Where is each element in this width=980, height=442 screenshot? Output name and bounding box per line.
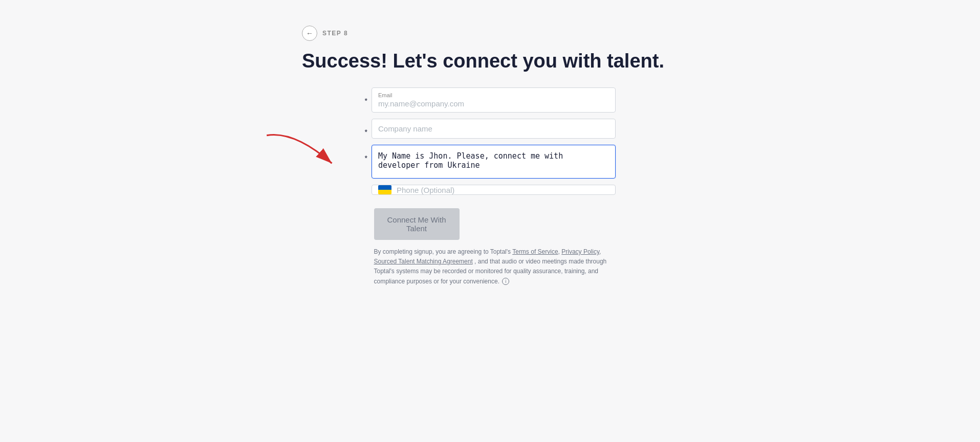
email-required-star: *	[365, 97, 367, 105]
phone-input[interactable]	[397, 186, 609, 194]
step-label: STEP 8	[322, 30, 348, 37]
arrow-annotation	[257, 123, 360, 185]
phone-field-wrapper	[372, 185, 616, 195]
ukraine-flag-icon	[378, 185, 391, 194]
flag-top	[378, 185, 391, 190]
terms-text: By completing signup, you are agreeing t…	[374, 247, 616, 286]
submit-button[interactable]: Connect Me With Talent	[374, 208, 460, 240]
email-row: * Email	[365, 87, 616, 113]
message-required-star: *	[365, 154, 367, 162]
message-input[interactable]	[372, 145, 615, 176]
page-container: ← STEP 8 Success! Let's connect you with…	[0, 15, 980, 286]
info-icon[interactable]: i	[502, 278, 509, 285]
email-field-wrapper: Email	[372, 87, 616, 113]
back-button[interactable]: ←	[302, 26, 317, 41]
message-row: *	[365, 145, 616, 179]
email-label: Email	[378, 92, 609, 98]
privacy-policy-link[interactable]: Privacy Policy	[561, 248, 599, 255]
flag-bottom	[378, 190, 391, 194]
back-arrow-icon: ←	[306, 29, 313, 37]
company-input[interactable]	[372, 119, 615, 138]
company-field-wrapper	[372, 119, 616, 139]
message-field-wrapper	[372, 145, 616, 179]
phone-row: *	[365, 185, 616, 202]
terms-of-service-link[interactable]: Terms of Service	[512, 248, 558, 255]
company-row: *	[365, 119, 616, 139]
matching-agreement-link[interactable]: Sourced Talent Matching Agreement	[374, 258, 473, 265]
step-header: ← STEP 8	[302, 26, 348, 41]
page-title: Success! Let's connect you with talent.	[302, 50, 664, 72]
terms-prefix: By completing signup, you are agreeing t…	[374, 248, 511, 255]
email-input[interactable]	[378, 99, 609, 108]
company-required-star: *	[365, 128, 367, 136]
form-container: * Email * * *	[365, 87, 616, 286]
